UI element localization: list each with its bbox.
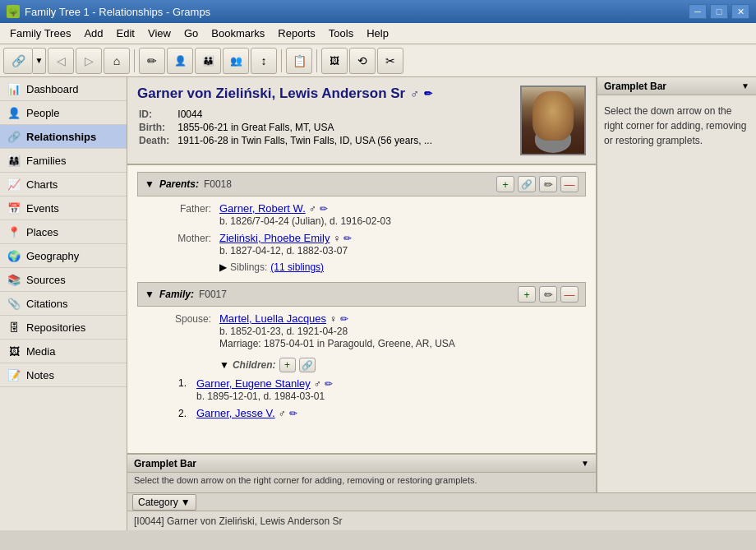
children-add-button[interactable]: + xyxy=(279,358,296,372)
menu-reports[interactable]: Reports xyxy=(271,25,322,42)
person-edit-icon[interactable]: ✏ xyxy=(424,88,432,99)
sidebar-item-citations[interactable]: 📎 Citations xyxy=(0,292,127,316)
sidebar-item-people[interactable]: 👤 People xyxy=(0,101,127,125)
menu-edit[interactable]: Edit xyxy=(110,25,141,42)
family-edit-button[interactable]: ✏ xyxy=(539,286,557,303)
gramplet-bar-message: Select the down arrow on the right corne… xyxy=(134,475,477,485)
repositories-icon: 🗄 xyxy=(7,320,21,335)
sidebar-item-charts[interactable]: 📈 Charts xyxy=(0,173,127,196)
siblings-label-space xyxy=(154,267,219,268)
menu-view[interactable]: View xyxy=(141,25,177,42)
father-edit-icon[interactable]: ✏ xyxy=(320,203,328,215)
toolbar-home[interactable]: ⌂ xyxy=(104,48,130,74)
sidebar-item-dashboard[interactable]: 📊 Dashboard xyxy=(0,77,127,101)
family-label: Family: xyxy=(159,289,194,300)
child2-edit-icon[interactable]: ✏ xyxy=(289,408,297,419)
parents-section-header[interactable]: ▼ Parents: F0018 + 🔗 ✏ — xyxy=(137,172,586,196)
sidebar-item-sources[interactable]: 📚 Sources xyxy=(0,268,127,292)
mother-label: Mother: xyxy=(154,232,219,244)
window-controls: ─ □ ✕ xyxy=(689,4,749,19)
gramplet-bar-header[interactable]: Gramplet Bar ▼ xyxy=(127,455,596,473)
right-panel: Gramplet Bar ▼ Select the down arrow on … xyxy=(596,77,756,492)
parents-expand-arrow[interactable]: ▼ xyxy=(145,178,154,190)
parents-share-button[interactable]: 🔗 xyxy=(518,176,536,192)
category-button[interactable]: Category ▼ xyxy=(132,494,196,511)
children-expand-arrow[interactable]: ▼ xyxy=(219,359,229,371)
menu-help[interactable]: Help xyxy=(360,25,395,42)
mother-body: Zieliński, Phoebe Emily ♀ ✏ b. 1827-04-1… xyxy=(219,232,579,257)
spouse-edit-icon[interactable]: ✏ xyxy=(340,313,348,325)
menu-tools[interactable]: Tools xyxy=(322,25,360,42)
toolbar-media[interactable]: 🖼 xyxy=(321,48,348,74)
father-body: Garner, Robert W. ♂ ✏ b. 1826/7-04-24 (J… xyxy=(219,202,579,227)
menu-add[interactable]: Add xyxy=(77,25,109,42)
places-icon: 📍 xyxy=(7,224,21,239)
menu-bookmarks[interactable]: Bookmarks xyxy=(205,25,271,42)
menu-go[interactable]: Go xyxy=(177,25,205,42)
person-photo[interactable] xyxy=(520,86,586,155)
father-name[interactable]: Garner, Robert W. xyxy=(219,202,306,215)
parents-add-button[interactable]: + xyxy=(496,176,514,192)
sidebar-item-repositories[interactable]: 🗄 Repositories xyxy=(0,316,127,340)
child1-name[interactable]: Garner, Eugene Stanley xyxy=(196,377,311,390)
sidebar-label-relationships: Relationships xyxy=(26,131,96,143)
close-button[interactable]: ✕ xyxy=(731,4,749,19)
toolbar-families[interactable]: 👪 xyxy=(195,48,221,74)
sidebar-item-families[interactable]: 👨‍👩‍👧 Families xyxy=(0,149,127,173)
right-panel-message: Select the down arrow on the right corne… xyxy=(604,105,746,146)
sidebar-item-events[interactable]: 📅 Events xyxy=(0,196,127,220)
toolbar-view-dropdown[interactable]: ▼ xyxy=(33,48,46,74)
siblings-label: Siblings: xyxy=(230,261,267,273)
right-panel-chevron[interactable]: ▼ xyxy=(741,81,749,90)
family-remove-button[interactable]: — xyxy=(560,286,579,303)
main-scroll[interactable]: Garner von Zieliński, Lewis Anderson Sr … xyxy=(127,77,596,453)
person-photo-image xyxy=(522,87,584,154)
father-row: Father: Garner, Robert W. ♂ ✏ b. 1826/7-… xyxy=(137,200,586,229)
sidebar-label-people: People xyxy=(26,107,59,119)
toolbar-edit-person[interactable]: ✏ xyxy=(139,48,165,74)
toolbar-person-list[interactable]: 👥 xyxy=(223,48,249,74)
child-row-1: 1. Garner, Eugene Stanley ♂ ✏ b. 1895-12… xyxy=(137,375,586,404)
spouse-name[interactable]: Martel, Luella Jacques xyxy=(219,312,326,325)
siblings-expand-icon[interactable]: ▶ xyxy=(219,261,227,273)
toolbar-undo[interactable]: ⟲ xyxy=(349,48,376,74)
app-icon: 🌳 xyxy=(7,5,20,18)
sidebar-label-charts: Charts xyxy=(26,178,58,191)
sidebar-item-relationships[interactable]: 🔗 Relationships xyxy=(0,125,127,149)
siblings-value[interactable]: (11 siblings) xyxy=(270,261,324,273)
sidebar-item-places[interactable]: 📍 Places xyxy=(0,220,127,244)
family-section-header[interactable]: ▼ Family: F0017 + ✏ — xyxy=(137,282,586,307)
toolbar-clipboard[interactable]: 📋 xyxy=(286,48,312,74)
toolbar-active-view[interactable]: 🔗 xyxy=(3,48,33,74)
mother-edit-icon[interactable]: ✏ xyxy=(343,233,352,244)
toolbar-merge-down[interactable]: ↕ xyxy=(251,48,277,74)
family-add-button[interactable]: + xyxy=(518,286,536,303)
gramplet-bar-chevron[interactable]: ▼ xyxy=(581,459,589,468)
media-icon: 🖼 xyxy=(7,344,21,358)
child1-edit-icon[interactable]: ✏ xyxy=(325,378,333,390)
mother-name[interactable]: Zieliński, Phoebe Emily xyxy=(219,232,330,244)
toolbar-add-person[interactable]: 👤 xyxy=(167,48,193,74)
toolbar-forward[interactable]: ▷ xyxy=(76,48,102,74)
status-bar: [I0044] Garner von Zieliński, Lewis Ande… xyxy=(127,511,756,530)
sidebar-label-media: Media xyxy=(26,345,55,358)
sidebar-item-notes[interactable]: 📝 Notes xyxy=(0,363,127,387)
person-full-name: Garner von Zieliński, Lewis Anderson Sr xyxy=(137,86,405,102)
mother-dates: b. 1827-04-12, d. 1882-03-07 xyxy=(219,245,579,257)
sidebar-item-geography[interactable]: 🌍 Geography xyxy=(0,244,127,268)
death-label: Death: xyxy=(139,135,176,146)
gramplet-bar-title: Gramplet Bar xyxy=(134,458,196,469)
right-panel-header[interactable]: Gramplet Bar ▼ xyxy=(597,77,756,95)
toolbar-cut[interactable]: ✂ xyxy=(377,48,403,74)
family-expand-arrow[interactable]: ▼ xyxy=(145,289,154,300)
menu-family-trees[interactable]: Family Trees xyxy=(3,25,77,42)
sidebar-item-media[interactable]: 🖼 Media xyxy=(0,340,127,363)
child2-name[interactable]: Garner, Jesse V. xyxy=(196,407,275,419)
maximize-button[interactable]: □ xyxy=(710,4,728,19)
parents-edit-button[interactable]: ✏ xyxy=(539,176,557,192)
families-icon: 👨‍👩‍👧 xyxy=(7,153,21,168)
toolbar-back[interactable]: ◁ xyxy=(48,48,74,74)
parents-remove-button[interactable]: — xyxy=(560,176,579,192)
minimize-button[interactable]: ─ xyxy=(689,4,707,19)
children-share-button[interactable]: 🔗 xyxy=(299,358,316,372)
